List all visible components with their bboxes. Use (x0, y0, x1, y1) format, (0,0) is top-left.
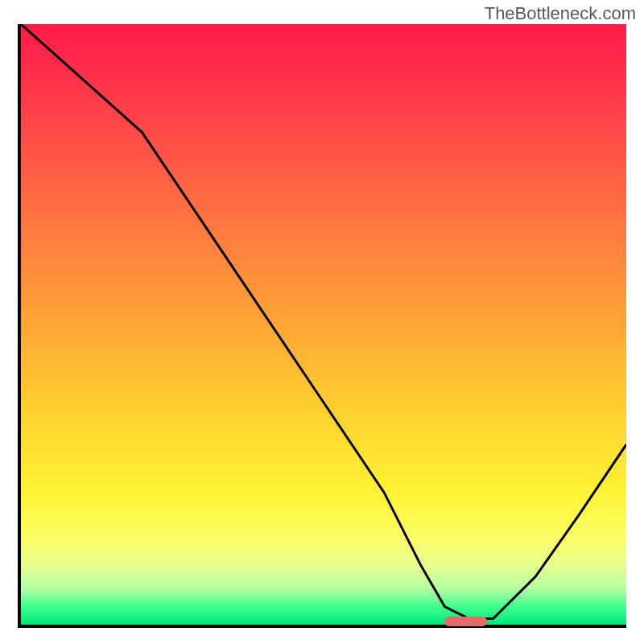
watermark-text: TheBottleneck.com (485, 3, 636, 24)
bottleneck-curve (21, 24, 626, 619)
curve-svg (21, 24, 626, 625)
optimal-marker (444, 617, 487, 626)
plot-area (18, 24, 626, 628)
